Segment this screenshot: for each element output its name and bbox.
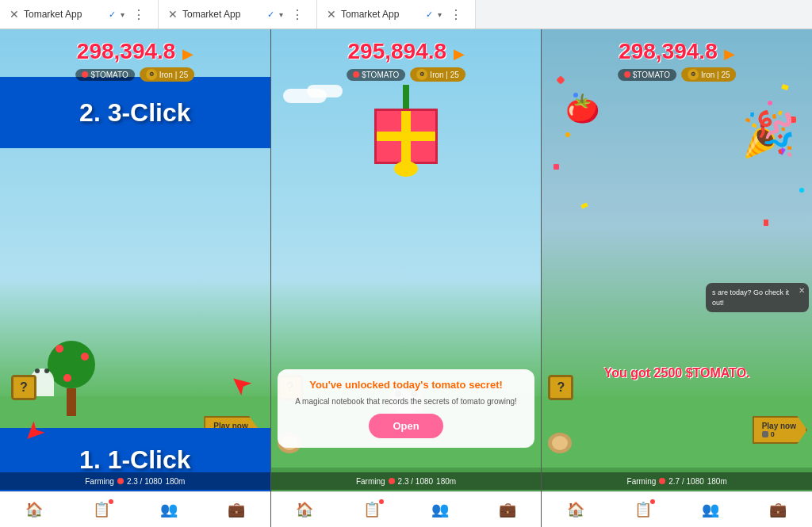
panel-2-badge-iron: ⚙ Iron | 25 (410, 67, 465, 82)
tomato-dot-3 (624, 71, 630, 78)
panel-2-modal: You've unlocked today's tomato secret! A… (278, 369, 535, 448)
panel-1-farming-bar: Farming 2.3 / 1080 180m (0, 472, 270, 490)
iron-icon-2: ⚙ (416, 69, 427, 80)
tab-menu-1[interactable]: ⋮ (129, 7, 148, 22)
panel-3-farming-value: 2.7 / 1080 (668, 477, 703, 486)
main-panels: 298,394.8 ▶ $TOMATO ⚙ Iron | 25 2. 3-Cli… (0, 29, 812, 527)
tab-chevron-3[interactable]: ▾ (438, 10, 442, 19)
panel-1-badge-iron: ⚙ Iron | 25 (140, 67, 195, 82)
panel-2[interactable]: 295,894.8 ▶ $TOMATO ⚙ Iron | 25 (271, 29, 542, 527)
tab-menu-3[interactable]: ⋮ (446, 7, 465, 22)
panel-2-farming-time: 180m (436, 477, 456, 486)
panel-3[interactable]: 298,394.8 ▶ $TOMATO ⚙ Iron | 25 🎉 🍅 ? (542, 29, 812, 527)
home-icon-3: 🏠 (567, 501, 584, 518)
panel-3-badge-tomato: $TOMATO (618, 69, 676, 81)
panel-2-badge-tomato: $TOMATO (347, 69, 405, 81)
nav-tasks-2[interactable]: 📋 (363, 501, 381, 518)
tab-close-1[interactable]: ✕ (10, 8, 19, 21)
nav-wallet-1[interactable]: 💼 (228, 501, 245, 518)
panel-1-click-label-top: 2. 3-Click (79, 98, 191, 128)
nav-home-3[interactable]: 🏠 (567, 501, 584, 518)
tab-close-3[interactable]: ✕ (327, 8, 336, 21)
nav-home-2[interactable]: 🏠 (296, 501, 313, 518)
panel-2-score: 295,894.8 ▶ (271, 39, 542, 64)
panel-1-score-number: 298,394.8 (77, 39, 176, 63)
nav-tasks-3[interactable]: 📋 (634, 501, 652, 518)
panel-2-bottom-nav: 🏠 📋 👥 💼 (271, 491, 542, 527)
notification-popup: ✕ s are today? Go check it out! (706, 283, 809, 312)
got-text: You got 2500 $TOMATO. (542, 366, 812, 380)
panel-3-badge-iron: ⚙ Iron | 25 (681, 67, 737, 82)
tab-menu-2[interactable]: ⋮ (288, 7, 307, 22)
nav-tasks-1[interactable]: 📋 (93, 501, 110, 518)
browser-tab-2[interactable]: ✕ Tomarket App ✓ ▾ ⋮ (159, 0, 317, 29)
tab-chevron-2[interactable]: ▾ (279, 10, 283, 19)
panel-2-farming-value: 2.3 / 1080 (398, 477, 433, 486)
panel-1-badge-tomato: $TOMATO (75, 69, 134, 81)
panel-1-top-overlay: 2. 3-Click (0, 77, 270, 148)
nav-wallet-2[interactable]: 💼 (499, 501, 516, 518)
panel-1-bottom-nav: 🏠 📋 👥 💼 (0, 491, 270, 527)
modal-desc: A magical notebook that records the secr… (287, 397, 526, 406)
farming-dot-2 (389, 478, 395, 484)
sign-label-3: Play now (762, 422, 796, 430)
tab-verified-3: ✓ (426, 10, 433, 20)
panel-1-badges: $TOMATO ⚙ Iron | 25 (75, 67, 194, 82)
tree-1 (48, 341, 95, 416)
confetti-12 (764, 220, 768, 226)
panel-2-score-arrow: ▶ (454, 46, 465, 62)
wallet-icon-3: 💼 (769, 501, 787, 518)
panel-2-iron-label: Iron | 25 (430, 71, 459, 79)
panel-2-farming-label: Farming (356, 477, 385, 486)
tab-verified-2: ✓ (267, 10, 274, 20)
notif-text: s are today? Go check it out! (712, 288, 789, 307)
panel-3-farming-label: Farming (627, 477, 657, 486)
wallet-icon-1: 💼 (228, 501, 245, 518)
farming-dot-1 (117, 478, 124, 484)
tab-close-2[interactable]: ✕ (168, 8, 178, 21)
panel-2-farming-bar: Farming 2.3 / 1080 180m (271, 472, 542, 490)
panel-1-iron-label: Iron | 25 (159, 71, 189, 79)
nav-home-1[interactable]: 🏠 (25, 501, 43, 518)
home-icon-1: 🏠 (25, 501, 43, 518)
panel-3-tomato-label: $TOMATO (633, 71, 670, 79)
tab-title-3: Tomarket App (341, 9, 421, 20)
tab-title-2: Tomarket App (182, 9, 262, 20)
gift-stem (403, 85, 409, 109)
panel-3-score: 298,394.8 ▶ (542, 39, 812, 64)
tasks-badge-dot-2 (379, 499, 384, 504)
tab-title-1: Tomarket App (24, 9, 104, 20)
browser-tab-1[interactable]: ✕ Tomarket App ✓ ▾ ⋮ (0, 0, 159, 29)
browser-tab-3[interactable]: ✕ Tomarket App ✓ ▾ ⋮ (317, 0, 476, 29)
panel-3-farming-bar: Farming 2.7 / 1080 180m (542, 472, 812, 490)
tasks-badge-dot-3 (650, 499, 655, 504)
panel-1-click-label-bottom: 1. 1-Click (79, 445, 191, 475)
cloud-5 (307, 85, 343, 97)
panel-3-bottom-nav: 🏠 📋 👥 💼 (542, 491, 812, 527)
confetti-4 (768, 101, 772, 105)
tasks-icon-1: 📋 (93, 501, 110, 518)
panel-3-badges: $TOMATO ⚙ Iron | 25 (618, 67, 737, 82)
sign-arrow-3: Play now 0 (753, 416, 807, 444)
panel-1-farming-label: Farming (85, 477, 114, 486)
panel-2-badges: $TOMATO ⚙ Iron | 25 (347, 67, 465, 82)
farming-dot-3 (659, 478, 665, 484)
wallet-icon-2: 💼 (499, 501, 516, 518)
friends-icon-2: 👥 (431, 501, 449, 518)
nav-friends-3[interactable]: 👥 (702, 501, 719, 518)
notif-close-button[interactable]: ✕ (799, 285, 805, 296)
gift-body (374, 109, 438, 164)
tomato-dot-1 (82, 71, 88, 78)
firework-popper: 🎉 (741, 109, 796, 160)
qbox-1[interactable]: ? (11, 375, 36, 400)
nav-friends-2[interactable]: 👥 (431, 501, 449, 518)
nav-friends-1[interactable]: 👥 (160, 501, 178, 518)
tab-chevron-1[interactable]: ▾ (121, 10, 124, 19)
panel-3-score-arrow: ▶ (724, 46, 735, 62)
tomato-flying: 🍅 (565, 93, 600, 125)
panel-2-tomato-label: $TOMATO (362, 71, 399, 79)
nav-wallet-3[interactable]: 💼 (769, 501, 787, 518)
gift-box (374, 85, 438, 180)
panel-1[interactable]: 298,394.8 ▶ $TOMATO ⚙ Iron | 25 2. 3-Cli… (0, 29, 271, 527)
modal-open-button[interactable]: Open (369, 414, 442, 438)
